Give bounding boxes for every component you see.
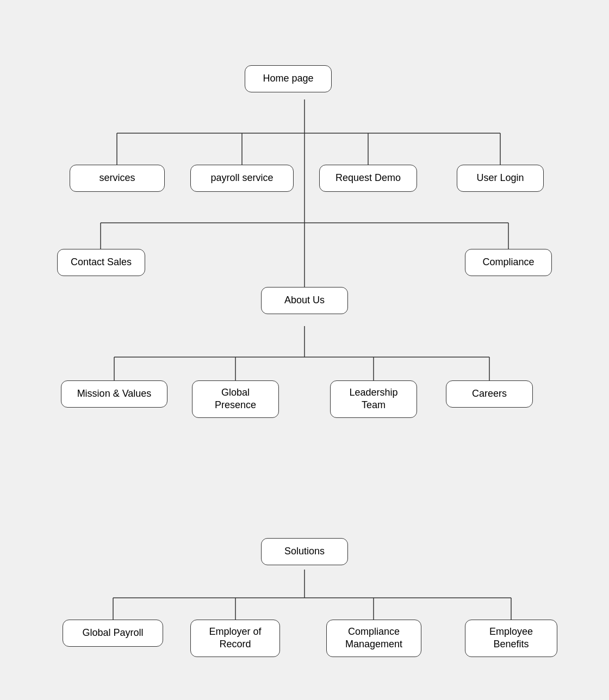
employer-of-record-node: Employer of Record [190, 620, 280, 657]
leadership-team-node: Leadership Team [330, 380, 417, 418]
employee-benefits-node: Employee Benefits [465, 620, 557, 657]
services-node: services [70, 165, 165, 192]
homepage-node: Home page [245, 65, 332, 92]
careers-node: Careers [446, 380, 533, 408]
payroll-service-node: payroll service [190, 165, 294, 192]
mission-values-node: Mission & Values [61, 380, 167, 408]
compliance-node: Compliance [465, 249, 552, 276]
solutions-node: Solutions [261, 538, 348, 565]
global-presence-node: Global Presence [192, 380, 279, 418]
global-payroll-node: Global Payroll [63, 620, 163, 647]
contact-sales-node: Contact Sales [57, 249, 145, 276]
about-us-node: About Us [261, 287, 348, 314]
user-login-node: User Login [457, 165, 544, 192]
compliance-management-node: Compliance Management [326, 620, 421, 657]
request-demo-node: Request Demo [319, 165, 417, 192]
